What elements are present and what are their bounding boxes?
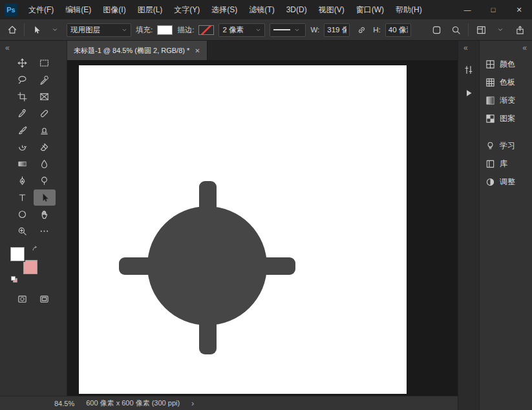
document-tab[interactable]: 未标题-1 @ 84.5% (椭圆 2, RGB/8) * ✕ bbox=[67, 41, 207, 60]
panel-item-gradients[interactable]: 渐变 bbox=[480, 91, 532, 109]
search-icon[interactable] bbox=[449, 23, 463, 37]
home-icon[interactable] bbox=[5, 23, 19, 37]
menu-help[interactable]: 帮助(H) bbox=[390, 0, 428, 19]
chevron-down-icon bbox=[294, 27, 300, 33]
panel-item-adjustments[interactable]: 调整 bbox=[480, 173, 532, 191]
stroke-color-swatch[interactable] bbox=[198, 25, 214, 35]
tools-panel: « bbox=[0, 41, 67, 396]
brush-tool[interactable] bbox=[12, 122, 34, 138]
type-tool[interactable] bbox=[12, 189, 34, 206]
rail-collapse-icon[interactable]: « bbox=[463, 43, 468, 52]
fill-label: 填充: bbox=[136, 25, 153, 35]
maximize-button[interactable]: □ bbox=[480, 0, 506, 19]
quick-mask-icon[interactable] bbox=[12, 291, 34, 307]
minimize-button[interactable]: — bbox=[454, 0, 480, 19]
dodge-tool[interactable] bbox=[34, 173, 56, 189]
panel-item-label: 颜色 bbox=[500, 59, 515, 70]
clone-stamp-tool[interactable] bbox=[34, 122, 56, 138]
learn-icon bbox=[485, 141, 495, 151]
foreground-color-swatch[interactable] bbox=[10, 247, 25, 261]
menu-layer[interactable]: 图层(L) bbox=[132, 0, 169, 19]
menu-image[interactable]: 图像(I) bbox=[97, 0, 131, 19]
tool-preset-chevron-icon[interactable] bbox=[48, 23, 62, 37]
more-tools-icon[interactable] bbox=[34, 223, 56, 239]
divider bbox=[468, 23, 469, 36]
document-canvas[interactable] bbox=[79, 65, 407, 394]
move-tool[interactable] bbox=[12, 55, 34, 71]
toolbar-collapse-icon[interactable]: « bbox=[5, 43, 10, 52]
quick-selection-tool[interactable] bbox=[34, 72, 56, 88]
stroke-width-value: 2 像素 bbox=[222, 25, 251, 35]
rounded-square-icon[interactable] bbox=[429, 23, 443, 37]
shape-height-input[interactable] bbox=[385, 23, 411, 37]
frame-tool[interactable] bbox=[34, 89, 56, 105]
stroke-style-select[interactable] bbox=[270, 23, 306, 37]
panel-item-swatches[interactable]: 色板 bbox=[480, 73, 532, 91]
active-tool-icon[interactable] bbox=[29, 23, 43, 37]
status-zoom-field[interactable]: 84.5% bbox=[54, 400, 74, 407]
status-document-info: 600 像素 x 600 像素 (300 ppi) bbox=[86, 398, 180, 408]
panel-item-learn[interactable]: 学习 bbox=[480, 136, 532, 155]
eraser-tool[interactable] bbox=[34, 139, 56, 155]
shape-circle bbox=[147, 206, 267, 325]
lasso-tool[interactable] bbox=[12, 72, 34, 88]
panel-item-label: 库 bbox=[500, 158, 507, 169]
blur-tool[interactable] bbox=[34, 156, 56, 172]
gradient-tool[interactable] bbox=[12, 156, 34, 172]
color-icon bbox=[485, 59, 495, 69]
shape-width-input[interactable] bbox=[324, 23, 350, 37]
history-brush-tool[interactable] bbox=[12, 139, 34, 155]
workspace-icon[interactable] bbox=[474, 23, 488, 37]
ellipse-tool[interactable] bbox=[12, 206, 34, 222]
panels-collapse-icon[interactable]: « bbox=[522, 43, 527, 52]
play-panel-icon[interactable] bbox=[460, 85, 477, 102]
eyedropper-tool[interactable] bbox=[12, 105, 34, 122]
collapsed-panel-rail: « bbox=[458, 41, 479, 410]
close-button[interactable]: ✕ bbox=[506, 0, 532, 19]
width-label: W: bbox=[310, 26, 319, 34]
screen-mode-icon[interactable] bbox=[34, 291, 56, 307]
document-tabbar: 未标题-1 @ 84.5% (椭圆 2, RGB/8) * ✕ bbox=[67, 41, 458, 60]
hand-tool[interactable] bbox=[34, 206, 56, 222]
menu-type[interactable]: 文字(Y) bbox=[168, 0, 206, 19]
path-selection-tool[interactable] bbox=[34, 189, 56, 206]
panel-item-color[interactable]: 颜色 bbox=[480, 55, 532, 73]
stroke-style-preview bbox=[273, 29, 290, 30]
default-colors-icon[interactable] bbox=[10, 275, 18, 283]
pen-tool[interactable] bbox=[12, 173, 34, 189]
healing-brush-tool[interactable] bbox=[34, 105, 56, 122]
panel-item-libraries[interactable]: 库 bbox=[480, 155, 532, 173]
menu-select[interactable]: 选择(S) bbox=[206, 0, 243, 19]
photoshop-logo-icon: Ps bbox=[5, 3, 17, 16]
chevron-down-icon[interactable] bbox=[493, 23, 507, 37]
menu-file[interactable]: 文件(F) bbox=[23, 0, 59, 19]
share-icon[interactable] bbox=[513, 23, 527, 37]
background-color-swatch[interactable] bbox=[23, 260, 37, 274]
menu-window[interactable]: 窗口(W) bbox=[350, 0, 390, 19]
color-swatches-widget bbox=[10, 247, 39, 275]
rectangular-marquee-tool[interactable] bbox=[34, 55, 56, 71]
status-chevron-icon[interactable]: › bbox=[191, 398, 194, 408]
libraries-icon bbox=[485, 159, 495, 169]
properties-panel-icon[interactable] bbox=[460, 61, 477, 78]
zoom-tool[interactable] bbox=[12, 223, 34, 239]
menu-3d[interactable]: 3D(D) bbox=[281, 0, 313, 19]
fill-color-swatch[interactable] bbox=[157, 25, 173, 35]
options-bar: 现用图层 填充: 描边: 2 像素 W: H: bbox=[0, 19, 532, 41]
panel-item-label: 学习 bbox=[500, 140, 515, 151]
stroke-width-select[interactable]: 2 像素 bbox=[218, 23, 265, 37]
tool-mode-value: 现用图层 bbox=[70, 25, 118, 35]
tab-close-icon[interactable]: ✕ bbox=[195, 47, 200, 54]
menu-edit[interactable]: 编辑(E) bbox=[59, 0, 97, 19]
tool-mode-select[interactable]: 现用图层 bbox=[67, 23, 131, 37]
adjustments-icon bbox=[485, 177, 495, 187]
panel-item-patterns[interactable]: 图案 bbox=[480, 109, 532, 127]
chevron-down-icon bbox=[255, 27, 261, 33]
link-dimensions-icon[interactable] bbox=[354, 23, 368, 37]
crop-tool[interactable] bbox=[12, 89, 34, 105]
panel-column: « 颜色 色板 渐变 图案 学习 bbox=[479, 41, 532, 410]
gradients-icon bbox=[485, 96, 495, 105]
menu-filter[interactable]: 滤镜(T) bbox=[243, 0, 280, 19]
swap-colors-icon[interactable] bbox=[32, 246, 39, 253]
menu-view[interactable]: 视图(V) bbox=[313, 0, 350, 19]
